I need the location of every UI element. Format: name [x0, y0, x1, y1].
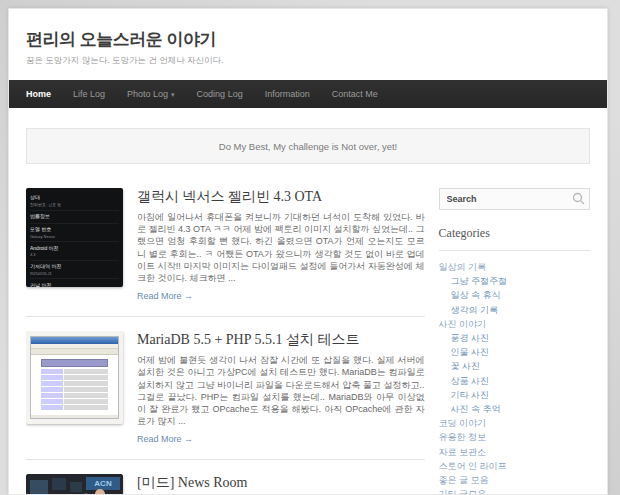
- read-more-link[interactable]: Read More →: [137, 434, 193, 444]
- phpinfo-row: [41, 375, 108, 380]
- nav-item-life-log[interactable]: Life Log: [73, 89, 105, 99]
- browser-titlebar: [31, 337, 118, 344]
- phpinfo-row: [41, 399, 108, 404]
- category-link[interactable]: 일상의 기록: [439, 260, 590, 274]
- category-link[interactable]: 스토어 인 라이프: [439, 459, 590, 473]
- post-thumbnail-newsroom-photo[interactable]: ACN: [26, 474, 123, 495]
- category-link[interactable]: 풍경 사진: [439, 331, 590, 345]
- content-area: 상태 전화번호, 신호 등 법률정보 모델 번호 Galaxy Nexus An…: [9, 164, 607, 495]
- motto-banner: Do My Best, My challenge is Not over, ye…: [26, 128, 590, 164]
- android-settings-row: 모델 번호 Galaxy Nexus: [30, 224, 119, 243]
- post-title[interactable]: [미드] News Room: [137, 474, 425, 492]
- android-row-label: 상태: [30, 194, 119, 201]
- android-row-value: 전화번호, 신호 등: [30, 202, 119, 208]
- phpinfo-row: [41, 393, 108, 398]
- android-settings-screen: 상태 전화번호, 신호 등 법률정보 모델 번호 Galaxy Nexus An…: [26, 188, 123, 287]
- post-title[interactable]: MariaDB 5.5 + PHP 5.5.1 설치 테스트: [137, 331, 425, 349]
- page-sheet: 편리의 오늘스러운 이야기 꿈은 도망가지 않는다. 도망가는 건 언제나 자신…: [8, 8, 608, 495]
- phpinfo-row: [41, 405, 108, 410]
- category-link[interactable]: 꽃 사진: [439, 359, 590, 373]
- post-list: 상태 전화번호, 신호 등 법률정보 모델 번호 Galaxy Nexus An…: [26, 188, 425, 495]
- post-separator: [26, 316, 425, 317]
- category-link[interactable]: 코딩 이야기: [439, 416, 590, 430]
- chevron-down-icon: ▾: [171, 91, 175, 98]
- nav-item-photo-log-label: Photo Log: [127, 89, 168, 99]
- category-link[interactable]: 기타 글모음: [439, 487, 590, 495]
- categories-heading: Categories: [439, 226, 590, 251]
- category-link[interactable]: 인물 사진: [439, 345, 590, 359]
- category-link[interactable]: 일상 속 휴식: [439, 288, 590, 302]
- search-icon: [572, 192, 585, 205]
- category-link[interactable]: 사진 속 추억: [439, 402, 590, 416]
- sidebar: Categories 일상의 기록 그냥 주절주절 일상 속 휴식 생각의 기록…: [439, 188, 590, 495]
- nav-item-home[interactable]: Home: [26, 89, 51, 99]
- android-row-label: 모델 번호: [30, 226, 119, 233]
- browser-window: [30, 336, 119, 419]
- phpinfo-header-table: [41, 359, 108, 367]
- phpinfo-row: [41, 387, 108, 392]
- category-link[interactable]: 유용한 정보: [439, 430, 590, 444]
- phpinfo-row: [41, 369, 108, 374]
- site-header: 편리의 오늘스러운 이야기 꿈은 도망가지 않는다. 도망가는 건 언제나 자신…: [9, 9, 607, 67]
- category-link[interactable]: 사진 이야기: [439, 317, 590, 331]
- category-link[interactable]: 자료 보관소: [439, 445, 590, 459]
- nav-item-information[interactable]: Information: [265, 89, 310, 99]
- post-body: MariaDB 5.5 + PHP 5.5.1 설치 테스트 어제 밤에 불현듯…: [137, 331, 425, 446]
- android-row-label: 커널 버전: [30, 282, 119, 288]
- android-settings-row: 법률정보: [30, 211, 119, 224]
- post-galaxy-nexus: 상태 전화번호, 신호 등 법률정보 모델 번호 Galaxy Nexus An…: [26, 188, 425, 303]
- post-excerpt: 아침에 일어나서 휴대폰을 켜보니까 기대하던 녀석이 도착해 있었다. 바로 …: [137, 211, 425, 284]
- category-link[interactable]: 기타 사진: [439, 388, 590, 402]
- main-nav: Home Life Log Photo Log▾ Coding Log Info…: [9, 80, 607, 108]
- phpinfo-page: [31, 355, 118, 415]
- category-link[interactable]: 상품 사진: [439, 374, 590, 388]
- nav-item-contact-me[interactable]: Contact Me: [332, 89, 378, 99]
- post-body: 갤럭시 넥서스 젤리빈 4.3 OTA 아침에 일어나서 휴대폰을 켜보니까 기…: [137, 188, 425, 303]
- nav-item-photo-log[interactable]: Photo Log▾: [127, 89, 175, 99]
- post-excerpt: 어제 밤에 불현듯 생각이 나서 잠잘 시간에 또 삽질을 했다. 실제 서버에…: [137, 354, 425, 427]
- newsroom-cast-illustration: ACN: [26, 474, 123, 495]
- android-settings-row: 기저대역 버전 I9250XXLJ1: [30, 261, 119, 280]
- nav-item-coding-log[interactable]: Coding Log: [197, 89, 243, 99]
- site-title[interactable]: 편리의 오늘스러운 이야기: [26, 28, 590, 51]
- android-settings-row: Android 버전 4.3: [30, 242, 119, 261]
- android-row-value: I9250XXLJ1: [30, 271, 119, 276]
- android-settings-row: 상태 전화번호, 신호 등: [30, 191, 119, 211]
- search-input[interactable]: [439, 188, 590, 210]
- post-separator: [26, 459, 425, 460]
- category-link[interactable]: 그냥 주절주절: [439, 274, 590, 288]
- search-widget: [439, 188, 590, 210]
- post-title[interactable]: 갤럭시 넥서스 젤리빈 4.3 OTA: [137, 188, 425, 206]
- android-row-label: Android 버전: [30, 245, 119, 252]
- android-row-label: 법률정보: [30, 213, 119, 220]
- android-row-value: 4.3: [30, 253, 119, 258]
- motto-text: Do My Best, My challenge is Not over, ye…: [219, 141, 397, 152]
- category-link[interactable]: 좋은 글 모음: [439, 473, 590, 487]
- post-thumbnail-browser-screenshot[interactable]: [26, 331, 123, 424]
- android-settings-row: 커널 버전: [30, 279, 119, 287]
- phpinfo-row: [41, 381, 108, 386]
- categories-list: 일상의 기록 그냥 주절주절 일상 속 휴식 생각의 기록 사진 이야기 풍경 …: [439, 260, 590, 495]
- read-more-link[interactable]: Read More →: [137, 291, 193, 301]
- post-thumbnail-android-settings[interactable]: 상태 전화번호, 신호 등 법률정보 모델 번호 Galaxy Nexus An…: [26, 188, 123, 287]
- post-news-room: ACN: [26, 474, 425, 495]
- category-link[interactable]: 생각의 기록: [439, 303, 590, 317]
- acn-screen-label: ACN: [94, 479, 112, 488]
- android-row-value: Galaxy Nexus: [30, 234, 119, 239]
- android-row-label: 기저대역 버전: [30, 263, 119, 270]
- site-tagline: 꿈은 도망가지 않는다. 도망가는 건 언제나 자신이다.: [26, 55, 590, 67]
- post-body: [미드] News Room 최근에 보고 있는 미드 News Room 처음…: [137, 474, 425, 495]
- post-mariadb-php: MariaDB 5.5 + PHP 5.5.1 설치 테스트 어제 밤에 불현듯…: [26, 331, 425, 446]
